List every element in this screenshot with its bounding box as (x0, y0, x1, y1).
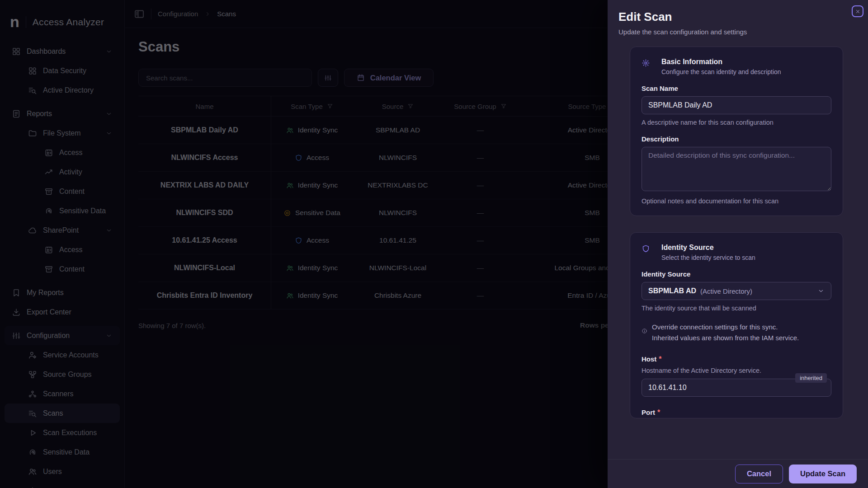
update-scan-button[interactable]: Update Scan (789, 465, 857, 483)
description-textarea[interactable] (642, 147, 831, 191)
identity-source-value: SBPMLAB AD (648, 287, 696, 295)
gear-icon (642, 59, 650, 67)
modal-title: Edit Scan (618, 10, 841, 24)
host-required-mark: * (659, 355, 661, 363)
close-icon (855, 9, 861, 14)
override-info-line2: Inherited values are shown from the IAM … (652, 333, 799, 343)
identity-source-card: Identity Source Select the identity serv… (630, 232, 843, 418)
inherited-badge: inherited (795, 373, 827, 383)
cancel-button[interactable]: Cancel (735, 465, 783, 483)
basic-information-header: Basic Information Configure the scan ide… (642, 58, 831, 75)
host-label: Host (642, 355, 656, 363)
modal-header: Edit Scan Update the scan configuration … (608, 0, 868, 36)
identity-source-select[interactable]: SBPMLAB AD (Active Directory) (642, 282, 831, 300)
modal-subtitle: Update the scan configuration and settin… (618, 28, 841, 36)
scan-name-help: A descriptive name for this scan configu… (642, 119, 831, 126)
override-info-line1: Override connection settings for this sy… (652, 322, 799, 333)
port-required-mark: * (657, 408, 660, 416)
close-button[interactable] (852, 5, 863, 17)
description-help: Optional notes and documentation for thi… (642, 197, 831, 205)
override-info: Override connection settings for this sy… (642, 322, 831, 343)
identity-source-header: Identity Source Select the identity serv… (642, 244, 831, 261)
scan-name-label: Scan Name (642, 84, 831, 92)
scan-name-input[interactable] (642, 96, 831, 114)
port-label: Port (642, 408, 655, 416)
host-input-wrap: inherited (642, 379, 831, 397)
basic-information-title: Basic Information (661, 58, 781, 66)
shield-icon (642, 244, 650, 253)
info-icon (642, 328, 647, 334)
identity-source-title: Identity Source (661, 244, 755, 252)
description-label: Description (642, 135, 831, 143)
basic-information-card: Basic Information Configure the scan ide… (630, 47, 843, 216)
app-root: n Access Analyzer DashboardsData Securit… (0, 0, 868, 488)
modal-footer: Cancel Update Scan (608, 459, 868, 488)
identity-source-help: The identity source that will be scanned (642, 305, 831, 312)
basic-information-subtitle: Configure the scan identity and descript… (661, 68, 781, 75)
identity-source-value-type: (Active Directory) (700, 287, 752, 295)
identity-source-subtitle: Select the identity service to scan (661, 254, 755, 261)
chevron-down-icon (817, 287, 825, 295)
identity-source-label: Identity Source (642, 270, 831, 278)
edit-scan-modal: Edit Scan Update the scan configuration … (608, 0, 868, 488)
